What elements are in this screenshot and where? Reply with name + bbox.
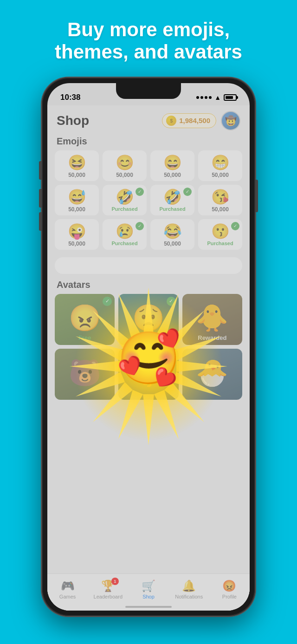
nav-label-games: Games	[59, 594, 76, 599]
battery-fill	[226, 96, 233, 99]
emoji-face: 😗	[211, 224, 230, 239]
avatar-checkmark: ✓	[167, 297, 176, 306]
emoji-item[interactable]: 😂 50,000	[150, 219, 194, 250]
nav-label-leaderboard: Leaderboard	[94, 594, 123, 599]
purchased-checkmark: ✓	[183, 188, 192, 196]
games-icon: 🎮	[61, 579, 75, 592]
leaderboard-badge: 1	[111, 578, 119, 585]
emoji-face: 😜	[68, 224, 86, 239]
wifi-icon: ▲	[214, 94, 221, 101]
emoji-purchased-label: Purchased	[159, 206, 185, 212]
emoji-face: 😊	[116, 155, 134, 170]
nav-label-notifications: Notifications	[175, 594, 203, 599]
emoji-purchased-label: Purchased	[111, 241, 137, 246]
emoji-item[interactable]: 😆 50,000	[55, 150, 99, 181]
avatar-emoji: 🐥	[196, 302, 228, 333]
avatar-checkmark: ✓	[103, 297, 112, 306]
emoji-item[interactable]: 😊 50,000	[103, 150, 147, 181]
avatar-item[interactable]: ✓ 😠 Free	[55, 294, 115, 345]
status-icons: ▲	[196, 94, 237, 101]
emoji-price: 50,000	[164, 241, 181, 247]
emoji-grid: 😆 50,000 😊 50,000 😄 50,000 😁 50,000	[47, 150, 250, 254]
emoji-item[interactable]: ✓ 😗 Purchased	[198, 219, 242, 250]
coins-amount: 1,984,500	[179, 117, 210, 124]
emoji-face: 😂	[163, 224, 182, 239]
phone-frame: 10:38 ▲	[42, 78, 255, 616]
emoji-face: 🤣	[116, 189, 134, 204]
notch	[116, 83, 181, 99]
emoji-price: 50,000	[212, 206, 229, 213]
emoji-purchased-label: Purchased	[207, 241, 233, 246]
emoji-item[interactable]: 😁 50,000	[198, 150, 242, 181]
emoji-price: 50,000	[68, 241, 85, 247]
page-headline: Buy more emojis, themes, and avatars	[0, 0, 297, 73]
purchased-checkmark: ✓	[136, 222, 144, 230]
coins-badge[interactable]: $ 1,984,500	[162, 113, 216, 128]
coin-icon: $	[166, 116, 176, 126]
profile-icon: 😡	[222, 579, 236, 592]
app-header: Shop $ 1,984,500 🤠	[47, 105, 250, 134]
emoji-item[interactable]: ✓ 🤣 Purchased	[150, 185, 194, 215]
emoji-purchased-label: Purchased	[111, 206, 137, 212]
nav-item-games[interactable]: 🎮 Games	[47, 579, 88, 599]
emoji-face: 🤣	[163, 189, 182, 204]
emoji-face: 😘	[211, 189, 230, 204]
emoji-price: 50,000	[212, 172, 229, 178]
app-content: Shop $ 1,984,500 🤠 Emojis 😆	[47, 105, 250, 611]
bottom-nav: 🎮 Games 🏆 1 Leaderboard 🛒 Shop	[47, 573, 250, 611]
emoji-item[interactable]: 😜 50,000	[55, 219, 99, 250]
status-time: 10:38	[60, 93, 80, 102]
avatar-emoji: 🐻	[69, 357, 101, 388]
nav-item-notifications[interactable]: 🔔 Notifications	[169, 579, 209, 599]
leaderboard-icon: 🏆 1	[101, 579, 115, 592]
signal-dot	[196, 96, 199, 99]
nav-item-profile[interactable]: 😡 Profile	[209, 579, 250, 599]
signal-dots	[196, 96, 212, 99]
user-avatar[interactable]: 🤠	[221, 111, 240, 130]
emoji-price: 50,000	[68, 206, 85, 213]
phone-screen: 10:38 ▲	[47, 83, 250, 611]
emoji-item[interactable]: 😅 50,000	[55, 185, 99, 215]
avatars-grid: ✓ 😠 Free ✓ 😟 Free 🐥 Rewarded 🐻	[47, 294, 250, 403]
emoji-face: 😆	[68, 155, 86, 170]
purchased-checkmark: ✓	[231, 222, 239, 230]
avatar-emoji: 😟	[132, 302, 165, 333]
avatar-item[interactable]: 🐣	[182, 349, 242, 400]
shop-title: Shop	[57, 113, 89, 128]
avatars-section-label: Avatars	[47, 278, 250, 294]
emoji-item[interactable]: 😄 50,000	[150, 150, 194, 181]
avatar-label: Rewarded	[198, 334, 226, 341]
avatar-item[interactable]: 🐥 Rewarded	[182, 294, 242, 345]
avatar-item[interactable]: ✓ 😟 Free	[118, 294, 178, 345]
nav-item-leaderboard[interactable]: 🏆 1 Leaderboard	[88, 579, 128, 599]
purchased-checkmark: ✓	[136, 188, 144, 196]
emoji-item[interactable]: ✓ 🤣 Purchased	[103, 185, 147, 215]
avatar-item[interactable]: 🐻	[55, 349, 115, 400]
avatar-label: Free	[142, 334, 155, 341]
avatar-item[interactable]: 🐤	[118, 349, 178, 400]
home-indicator	[125, 606, 172, 608]
emoji-face: 😅	[68, 189, 86, 204]
emoji-item[interactable]: ✓ 😢 Purchased	[103, 219, 147, 250]
signal-dot	[200, 96, 203, 99]
nav-label-shop: Shop	[142, 594, 155, 599]
emojis-section-label: Emojis	[47, 134, 250, 150]
signal-dot	[205, 96, 207, 99]
emoji-face: 😄	[163, 155, 182, 170]
avatar-label: Free	[78, 334, 91, 341]
filter-bar[interactable]	[55, 257, 242, 274]
emoji-price: 50,000	[68, 172, 85, 178]
emoji-face: 😢	[116, 224, 134, 239]
nav-item-shop[interactable]: 🛒 Shop	[128, 579, 168, 599]
emoji-face: 😁	[211, 155, 230, 170]
avatar-emoji: 😠	[69, 302, 101, 333]
notifications-icon: 🔔	[182, 579, 196, 592]
emoji-price: 50,000	[116, 172, 133, 178]
battery-icon	[224, 94, 237, 101]
signal-dot	[209, 96, 212, 99]
phone-wrapper: 10:38 ▲	[0, 73, 297, 616]
avatar-emoji: 🐣	[196, 357, 228, 388]
nav-label-profile: Profile	[222, 594, 237, 599]
emoji-item[interactable]: 😘 50,000	[198, 185, 242, 215]
avatar-emoji: 🐤	[132, 357, 165, 388]
